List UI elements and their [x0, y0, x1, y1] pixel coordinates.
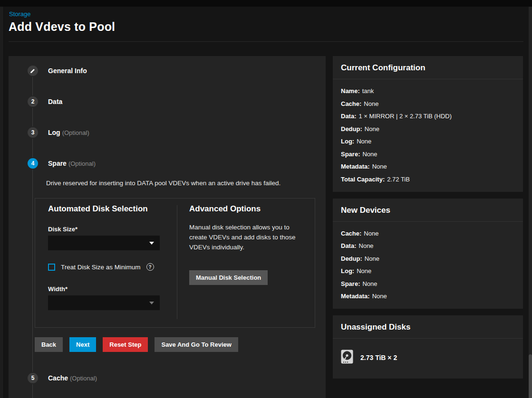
wizard-button-row: Back Next Reset Step Save And Go To Revi… — [35, 337, 238, 352]
chevron-down-icon — [149, 242, 154, 245]
step-data[interactable]: 2 Data — [28, 96, 62, 107]
config-row: Spare:None — [341, 151, 515, 158]
step-label: Spare(Optional) — [48, 160, 96, 167]
width-select[interactable] — [48, 295, 160, 310]
step-connector — [32, 108, 33, 126]
new-devices-card: New Devices Cache:None Data:None Dedup:N… — [333, 199, 523, 309]
reset-step-button[interactable]: Reset Step — [103, 337, 148, 352]
new-devices-title: New Devices — [333, 199, 523, 222]
header-divider — [9, 41, 523, 42]
width-label: Width* — [48, 285, 68, 293]
step-connector — [32, 139, 33, 157]
step-general-info[interactable]: General Info — [28, 66, 87, 76]
scrollbar-thumb[interactable] — [529, 354, 532, 398]
step-spare[interactable]: 4 Spare(Optional) — [28, 158, 96, 169]
step-label: General Info — [48, 67, 87, 75]
config-row: Cache:None — [341, 100, 515, 107]
config-row: Metadata:None — [341, 293, 515, 300]
summary-column: Current Configuration Name:tank Cache:No… — [333, 56, 523, 385]
config-row: Cache:None — [341, 230, 515, 237]
step-connector — [32, 384, 33, 398]
chevron-down-icon — [149, 302, 154, 304]
step-cache[interactable]: 5 Cache(Optional) — [28, 373, 97, 383]
breadcrumb-storage-link[interactable]: Storage — [9, 10, 31, 18]
unassigned-disks-title: Unassigned Disks — [333, 315, 523, 339]
config-row: Data:None — [341, 242, 515, 249]
save-and-review-button[interactable]: Save And Go To Review — [155, 337, 238, 352]
config-row: Total Capacity:2.72 TiB — [341, 176, 515, 183]
unassigned-disk-label: 2.73 TiB × 2 — [360, 354, 397, 361]
wizard-panel: General Info 2 Data 3 Log(Optional) 4 Sp… — [9, 56, 326, 398]
step-log[interactable]: 3 Log(Optional) — [28, 127, 89, 138]
automated-disk-selection-title: Automated Disk Selection — [48, 204, 148, 214]
hard-disk-icon — [341, 350, 353, 366]
unassigned-disks-card: Unassigned Disks 2.73 TiB × 2 — [333, 315, 523, 379]
help-icon[interactable]: ? — [146, 263, 154, 271]
back-button[interactable]: Back — [35, 337, 63, 352]
treat-min-checkbox[interactable] — [48, 264, 55, 271]
current-configuration-title: Current Configuration — [333, 56, 523, 79]
config-row: Metadata:None — [341, 163, 515, 170]
manual-disk-selection-button[interactable]: Manual Disk Selection — [189, 270, 268, 285]
config-row: Dedup:None — [341, 255, 515, 262]
step-connector — [32, 170, 33, 372]
config-row: Log:None — [341, 138, 515, 145]
step-connector — [32, 77, 33, 95]
scrollbar-track[interactable] — [529, 7, 532, 398]
step-label: Cache(Optional) — [48, 374, 97, 382]
disk-size-label: Disk Size* — [48, 226, 77, 233]
step-circle-1 — [28, 66, 38, 76]
config-row: Data:1 × MIRROR | 2 × 2.73 TiB (HDD) — [341, 113, 515, 120]
step-label: Log(Optional) — [48, 129, 89, 136]
spare-step-description: Drive reserved for inserting into DATA p… — [46, 180, 281, 187]
top-edge-strip — [0, 0, 532, 7]
step-label: Data — [48, 98, 62, 105]
pencil-icon — [30, 68, 36, 74]
config-row: Dedup:None — [341, 125, 515, 133]
disk-selection-box: Automated Disk Selection Disk Size* Trea… — [35, 198, 315, 328]
step-circle-3: 3 — [28, 127, 38, 138]
column-divider — [177, 205, 177, 319]
advanced-options-title: Advanced Options — [189, 204, 261, 214]
config-row: Spare:None — [341, 280, 515, 287]
config-row: Log:None — [341, 267, 515, 275]
step-circle-5: 5 — [28, 373, 38, 383]
treat-min-row: Treat Disk Size as Minimum ? — [48, 263, 154, 271]
config-row: Name:tank — [341, 87, 515, 95]
advanced-options-description: Manual disk selection allows you to crea… — [189, 222, 304, 252]
current-configuration-card: Current Configuration Name:tank Cache:No… — [333, 56, 523, 192]
disk-size-select[interactable] — [48, 236, 160, 250]
treat-min-label: Treat Disk Size as Minimum — [61, 264, 141, 271]
step-circle-4: 4 — [28, 158, 38, 169]
left-edge-strip — [0, 7, 4, 398]
page-title: Add Vdevs to Pool — [9, 20, 115, 34]
next-button[interactable]: Next — [69, 337, 96, 352]
step-circle-2: 2 — [28, 96, 38, 107]
unassigned-disk-row: 2.73 TiB × 2 — [341, 347, 515, 370]
